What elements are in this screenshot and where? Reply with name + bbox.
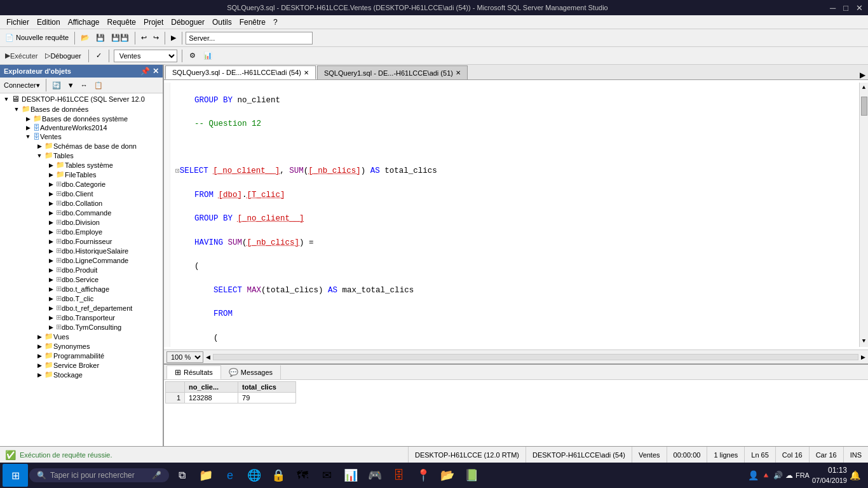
tree-table-transporteur[interactable]: ▶ ⊞ dbo.Transporteur xyxy=(0,313,163,322)
server-filter-input[interactable] xyxy=(186,32,313,44)
tree-vues[interactable]: ▶ 📁 Vues xyxy=(0,332,163,341)
vscroll-thumb[interactable] xyxy=(861,97,867,116)
menu-fenetre[interactable]: Fenêtre xyxy=(236,15,269,29)
menu-affichage[interactable]: Affichage xyxy=(64,15,104,29)
taskbar-mail[interactable]: ✉ xyxy=(315,464,338,487)
window-controls[interactable]: ─ □ ✕ xyxy=(830,3,863,13)
tree-table-client[interactable]: ▶ ⊞ dbo.Client xyxy=(0,189,163,198)
tree-table-lignecommande[interactable]: ▶ ⊞ dbo.LigneCommande xyxy=(0,255,163,265)
save-all-btn[interactable]: 💾💾 xyxy=(109,32,132,44)
minimize-btn[interactable]: ─ xyxy=(830,3,836,13)
hscroll-left-btn[interactable]: ◀ xyxy=(206,354,210,360)
zoom-selector[interactable]: 100 % xyxy=(166,351,203,363)
hscroll-track[interactable] xyxy=(213,354,858,360)
open-btn[interactable]: 📂 xyxy=(78,32,92,44)
tree-service-broker[interactable]: ▶ 📁 Service Broker xyxy=(0,360,163,370)
tree-ventes[interactable]: ▼ 🗄 Ventes xyxy=(0,132,163,141)
db-folder-expander[interactable]: ▼ xyxy=(11,106,22,112)
editor-vscrollbar[interactable]: ▲ ▼ xyxy=(859,83,868,347)
tree-table-service[interactable]: ▶ ⊞ dbo.Service xyxy=(0,274,163,284)
tree-table-historique[interactable]: ▶ ⊞ dbo.HistoriqueSalaire xyxy=(0,246,163,255)
taskbar-edge[interactable]: e xyxy=(219,464,241,487)
sys-tray-network-icon[interactable]: 🔺 xyxy=(761,471,771,480)
tree-filetables[interactable]: ▶ 📁 FileTables xyxy=(0,170,163,179)
sys-tray-lang[interactable]: FRA xyxy=(796,471,810,479)
taskbar-notification-icon[interactable]: 🔔 xyxy=(850,470,860,480)
tree-table-produit[interactable]: ▶ ⊞ dbo.Produit xyxy=(0,265,163,274)
menu-requete[interactable]: Requête xyxy=(104,15,140,29)
tree-databases[interactable]: ▼ 📁 Bases de données xyxy=(0,104,163,114)
sys-tray-sync-icon[interactable]: ☁ xyxy=(785,471,793,480)
taskbar-red-app[interactable]: 🎮 xyxy=(363,464,386,487)
tree-tables-folder[interactable]: ▼ 📁 Tables xyxy=(0,151,163,160)
menu-edition[interactable]: Edition xyxy=(33,15,64,29)
oe-filter-btn[interactable]: ▼ xyxy=(65,79,77,91)
vscroll-down-btn[interactable]: ▼ xyxy=(861,336,867,348)
tree-table-collation[interactable]: ▶ ⊞ dbo.Collation xyxy=(0,198,163,208)
tab-scroll-right[interactable]: ▶ xyxy=(857,71,868,79)
maximize-btn[interactable]: □ xyxy=(843,3,848,13)
execute-btn[interactable]: ▶ Exécuter xyxy=(3,50,40,62)
vscroll-up-btn[interactable]: ▲ xyxy=(861,83,867,94)
taskbar-clock[interactable]: 01:13 07/04/2019 xyxy=(812,466,847,485)
results-tab-resultats[interactable]: ⊞ Résultats xyxy=(166,365,221,379)
toolbar-extra2[interactable]: 📊 xyxy=(201,50,215,62)
tree-schemas[interactable]: ▶ 📁 Schémas de base de donn xyxy=(0,141,163,151)
menu-deboger[interactable]: Déboguer xyxy=(167,15,208,29)
debug-btn[interactable]: ▷ Déboguer xyxy=(43,50,83,62)
connect-btn[interactable]: Connecter▾ xyxy=(1,79,43,92)
menu-outils[interactable]: Outils xyxy=(208,15,236,29)
results-content[interactable]: no_clie... total_clics 1 123288 79 xyxy=(164,380,868,446)
taskbar-maps2[interactable]: 📍 xyxy=(412,464,435,487)
tab3-close[interactable]: ✕ xyxy=(304,69,309,76)
taskbar-ie[interactable]: 🔒 xyxy=(267,464,290,487)
oe-tree[interactable]: ▼ 🖥 DESKTOP-H61LCCE (SQL Server 12.0 ▼ 📁… xyxy=(0,93,163,446)
oe-pin-icon[interactable]: 📌 xyxy=(140,67,150,76)
tree-sys-db[interactable]: ▶ 📁 Bases de données système xyxy=(0,114,163,123)
undo-btn[interactable]: ↩ xyxy=(139,32,149,44)
sys-tray-user-icon[interactable]: 👤 xyxy=(748,470,759,480)
taskbar-maps[interactable]: 🗺 xyxy=(291,464,314,487)
tab-sqlquery1[interactable]: SQLQuery1.sql - DE...-H61LCCE\adi (51) ✕ xyxy=(317,65,468,79)
taskbar-chrome[interactable]: 🌐 xyxy=(243,464,266,487)
menu-help[interactable]: ? xyxy=(269,15,281,29)
save-btn[interactable]: 💾 xyxy=(93,32,107,44)
tree-table-division[interactable]: ▶ ⊞ dbo.Division xyxy=(0,217,163,227)
taskbar-file-explorer[interactable]: 📁 xyxy=(194,464,217,487)
oe-close-icon[interactable]: ✕ xyxy=(153,67,159,76)
tree-table-categorie[interactable]: ▶ ⊞ dbo.Categorie xyxy=(0,179,163,189)
oe-sync-btn[interactable]: ↔ xyxy=(78,79,90,91)
tree-table-fournisseur[interactable]: ▶ ⊞ dbo.Fournisseur xyxy=(0,236,163,246)
tree-programmabilite[interactable]: ▶ 📁 Programmabilité xyxy=(0,351,163,360)
taskbar-task-view[interactable]: ⧉ xyxy=(170,464,193,487)
tab-sqlquery3[interactable]: SQLQuery3.sql - DE...-H61LCCE\adi (54) ✕ xyxy=(165,65,316,79)
taskbar-search[interactable]: 🔍 Taper ici pour rechercher 🎤 xyxy=(29,468,169,482)
tree-sys-tables[interactable]: ▶ 📁 Tables système xyxy=(0,160,163,170)
start-button[interactable]: ⊞ xyxy=(3,464,28,487)
tree-adventureworks[interactable]: ▶ 🗄 AdventureWorks2014 xyxy=(0,123,163,132)
close-btn[interactable]: ✕ xyxy=(856,3,863,13)
tree-stockage[interactable]: ▶ 📁 Stockage xyxy=(0,370,163,379)
oe-new-btn[interactable]: 📋 xyxy=(92,79,105,92)
menu-fichier[interactable]: Fichier xyxy=(3,15,33,29)
menu-projet[interactable]: Projet xyxy=(140,15,167,29)
new-query-btn[interactable]: 📄 Nouvelle requête xyxy=(3,32,71,44)
check-btn[interactable]: ✓ xyxy=(93,50,104,62)
tree-table-employe[interactable]: ▶ ⊞ dbo.Employe xyxy=(0,227,163,236)
database-selector[interactable]: Ventes xyxy=(114,50,177,62)
taskbar-sql[interactable]: 🗄 xyxy=(388,464,410,487)
tree-synonymes[interactable]: ▶ 📁 Synonymes xyxy=(0,341,163,351)
redo-btn[interactable]: ↪ xyxy=(151,32,161,44)
sql-code[interactable]: GROUP BY no_client -- Question 12 ⊡SELEC… xyxy=(170,83,859,347)
server-expander[interactable]: ▼ xyxy=(1,96,11,102)
oe-refresh-btn[interactable]: 🔄 xyxy=(50,79,64,92)
toolbar-extra1[interactable]: ⚙ xyxy=(187,50,198,62)
hscroll-right-btn[interactable]: ▶ xyxy=(861,354,865,360)
oe-resize-handle[interactable] xyxy=(161,69,164,446)
tree-server[interactable]: ▼ 🖥 DESKTOP-H61LCCE (SQL Server 12.0 xyxy=(0,93,163,104)
taskbar-folder2[interactable]: 📂 xyxy=(436,464,459,487)
tree-table-t-clic[interactable]: ▶ ⊞ dbo.T_clic xyxy=(0,294,163,303)
sql-editor[interactable]: GROUP BY no_client -- Question 12 ⊡SELEC… xyxy=(164,80,868,349)
run-btn[interactable]: ▶ xyxy=(168,32,179,44)
sys-tray-sound-icon[interactable]: 🔊 xyxy=(773,471,783,480)
